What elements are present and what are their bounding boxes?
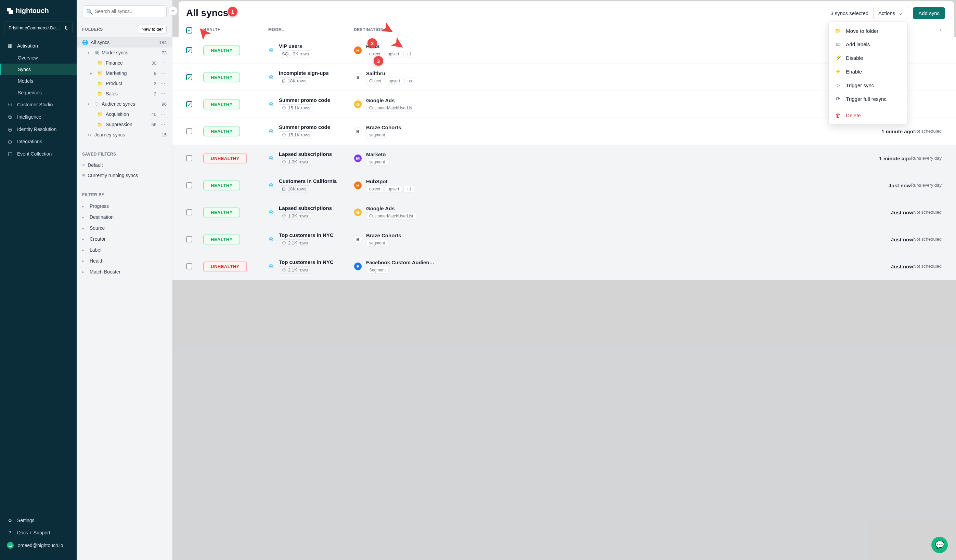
- folder-sales[interactable]: 📁 Sales 2 ⋯: [77, 89, 172, 99]
- snowflake-icon: ❄: [268, 46, 274, 54]
- destination-tag: CustomerMatchUserLis: [366, 105, 415, 111]
- row-checkbox[interactable]: [186, 182, 192, 188]
- actions-dropdown: 📁Move to folder 🏷Add labels ⚡̸Disable ⚡E…: [829, 22, 908, 124]
- filter-label[interactable]: ▸Label: [77, 245, 172, 256]
- sort-arrow-icon[interactable]: ↓: [939, 27, 942, 33]
- table-row[interactable]: HEALTHY❄Customers in California⊞ 18K row…: [173, 172, 956, 199]
- callout-1: 1: [228, 7, 237, 16]
- folder-suppression[interactable]: 📁 Suppression 56 ⋯: [77, 119, 172, 130]
- folder-all-syncs[interactable]: 🌐 All syncs 184: [77, 37, 172, 47]
- folder-product[interactable]: 📁 Product 3 ⋯: [77, 78, 172, 89]
- snowflake-icon: ❄: [268, 208, 274, 216]
- more-icon[interactable]: ⋯: [159, 122, 167, 127]
- row-checkbox[interactable]: [186, 263, 192, 270]
- destination-icon: F: [354, 262, 362, 270]
- row-checkbox[interactable]: ✓: [186, 101, 192, 107]
- saved-filter-default[interactable]: ≡ Default: [77, 160, 172, 170]
- dd-enable[interactable]: ⚡Enable: [829, 64, 907, 78]
- table-row[interactable]: UNHEALTHY❄Top customers in NYC⚇ 2.1K row…: [173, 253, 956, 280]
- workspace-selector[interactable]: Pristine eCommerce De… ⇅: [4, 22, 72, 34]
- destination-name: Braze Cohorts: [366, 232, 401, 238]
- filter-creator[interactable]: ▸Creator: [77, 234, 172, 245]
- row-checkbox[interactable]: [186, 155, 192, 162]
- dd-add-labels[interactable]: 🏷Add labels: [829, 38, 907, 51]
- dd-disable[interactable]: ⚡̸Disable: [829, 51, 907, 64]
- refresh-icon: ⟳: [835, 96, 841, 102]
- filter-source[interactable]: ▸Source: [77, 223, 172, 234]
- dd-delete[interactable]: 🗑Delete: [829, 109, 907, 122]
- collapse-panel-button[interactable]: «: [168, 6, 178, 16]
- audience-icon: ⚇: [94, 101, 99, 107]
- user-menu[interactable]: oz omeed@hightouch.io: [0, 539, 77, 552]
- chevron-down-icon: ⌄: [898, 10, 903, 16]
- health-badge: HEALTHY: [203, 235, 240, 245]
- chevron-right-icon: ▸: [82, 215, 86, 220]
- select-all-checkbox[interactable]: –: [186, 27, 192, 33]
- row-checkbox[interactable]: ✓: [186, 47, 192, 53]
- nav-models[interactable]: Models: [0, 75, 77, 87]
- new-folder-button[interactable]: New folder: [138, 25, 167, 34]
- folder-acquisition[interactable]: 📁 Acquisition 40 ⋯: [77, 109, 172, 119]
- dd-trigger-full[interactable]: ⟳Trigger full resync: [829, 92, 907, 106]
- folder-marketing[interactable]: ▸ 📁 Marketing 9 ⋯: [77, 68, 172, 78]
- nav-overview[interactable]: Overview: [0, 52, 77, 64]
- dd-trigger-sync[interactable]: ▷Trigger sync: [829, 78, 907, 92]
- nav-syncs[interactable]: Syncs: [0, 64, 77, 75]
- model-name: Top customers in NYC: [279, 232, 333, 238]
- more-icon[interactable]: ⋯: [159, 91, 167, 96]
- more-icon[interactable]: ⋯: [159, 111, 167, 117]
- folder-finance[interactable]: 📁 Finance 30 ⋯: [77, 58, 172, 68]
- table-row[interactable]: HEALTHY❄Lapsed subscriptions⚇ 1.3K rowsG…: [173, 199, 956, 226]
- row-checkbox[interactable]: [186, 128, 192, 134]
- folder-model-syncs[interactable]: ▾ ▣ Model syncs 73: [77, 47, 172, 58]
- nav-identity[interactable]: ◎ Identity Resolution: [0, 123, 77, 135]
- folders-heading: FOLDERS: [82, 27, 103, 32]
- destination-name: Google Ads: [366, 97, 415, 103]
- table-row[interactable]: UNHEALTHY❄Lapsed subscriptions⚇ 1.3K row…: [173, 145, 956, 172]
- nav-settings[interactable]: ⚙ Settings: [0, 514, 77, 527]
- nav-docs[interactable]: ? Docs + Support: [0, 527, 77, 539]
- row-checkbox[interactable]: [186, 236, 192, 242]
- chevron-right-icon: ▸: [82, 226, 86, 231]
- more-icon[interactable]: ⋯: [159, 81, 167, 86]
- filter-match-booster[interactable]: ▸Match Booster: [77, 266, 172, 277]
- page-title: All syncs: [186, 8, 228, 19]
- nav-integrations[interactable]: ◶ Integrations: [0, 135, 77, 148]
- folder-audience-syncs[interactable]: ▾ ⚇ Audience syncs 96: [77, 99, 172, 109]
- trash-icon: 🗑: [835, 113, 841, 118]
- folder-icon: 📁: [97, 111, 103, 117]
- more-icon[interactable]: ⋯: [159, 60, 167, 66]
- table-row[interactable]: HEALTHY❄Top customers in NYC⚇ 2.1K rowsB…: [173, 226, 956, 253]
- search-input[interactable]: [82, 5, 167, 17]
- dd-move-folder[interactable]: 📁Move to folder: [829, 24, 907, 38]
- folder-icon: 📁: [97, 122, 103, 127]
- model-name: Customers in California: [279, 178, 337, 184]
- workspace-name: Pristine eCommerce De…: [9, 25, 60, 30]
- filter-icon: ≡: [82, 173, 85, 178]
- filter-health[interactable]: ▸Health: [77, 256, 172, 266]
- chat-fab[interactable]: 💬: [931, 537, 948, 553]
- filter-progress[interactable]: ▸Progress: [77, 201, 172, 212]
- chevron-right-icon: ▸: [82, 248, 86, 252]
- nav-intelligence[interactable]: ⧉ Intelligence: [0, 111, 77, 123]
- nav-event-collection[interactable]: ◫ Event Collection: [0, 148, 77, 160]
- add-sync-button[interactable]: Add sync: [913, 7, 945, 19]
- row-checkbox[interactable]: [186, 209, 192, 215]
- destination-tag: Segment: [366, 267, 389, 273]
- actions-button[interactable]: Actions ⌄ 📁Move to folder 🏷Add labels ⚡̸…: [873, 7, 908, 19]
- brand-name: hightouch: [16, 7, 49, 15]
- chevron-right-icon: ▸: [82, 204, 86, 209]
- folder-journey-syncs[interactable]: ↣ Journey syncs 15: [77, 130, 172, 140]
- filter-destination[interactable]: ▸Destination: [77, 212, 172, 223]
- more-icon[interactable]: ⋯: [159, 71, 167, 76]
- filter-icon: ≡: [82, 162, 85, 168]
- user-email: omeed@hightouch.io: [18, 543, 63, 548]
- chart-icon: ⧉: [7, 114, 13, 120]
- model-name: Lapsed subscriptions: [279, 205, 332, 211]
- schedule-text: Not scheduled: [913, 210, 942, 215]
- saved-filter-running[interactable]: ≡ Currently running syncs: [77, 170, 172, 180]
- nav-customer-studio[interactable]: ⚇ Customer Studio: [0, 99, 77, 111]
- row-checkbox[interactable]: ✓: [186, 74, 192, 80]
- nav-activation[interactable]: ▦ Activation: [0, 40, 77, 52]
- nav-sequences[interactable]: Sequences: [0, 87, 77, 99]
